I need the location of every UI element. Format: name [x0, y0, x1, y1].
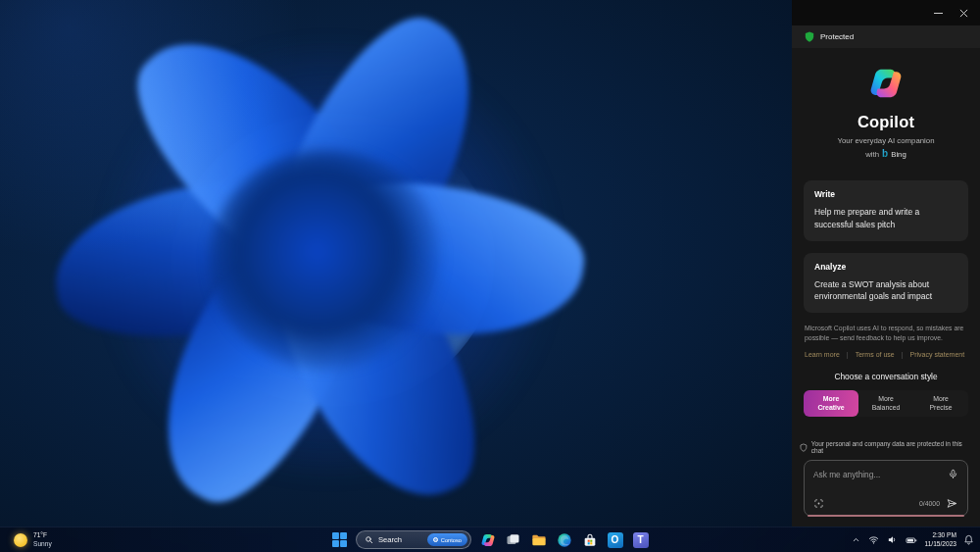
style-more-creative[interactable]: More Creative — [804, 390, 858, 417]
weather-widget[interactable]: 71°F Sunny — [8, 527, 58, 552]
file-explorer-icon — [531, 532, 547, 548]
close-button[interactable] — [951, 3, 976, 23]
outlook-icon: O — [608, 532, 623, 548]
send-button[interactable] — [946, 497, 958, 510]
bloom-artwork — [54, 5, 603, 525]
copilot-hero: Copilot Your everyday AI companion with … — [792, 48, 980, 159]
terms-of-use-link[interactable]: Terms of use — [856, 351, 895, 358]
tray-chevron-button[interactable] — [851, 534, 861, 545]
conversation-style-label: Choose a conversation style — [792, 372, 980, 381]
shield-icon — [805, 31, 814, 42]
taskbar-task-view-icon[interactable] — [504, 530, 522, 549]
minimize-icon — [934, 9, 943, 18]
edge-icon — [557, 532, 572, 548]
learn-more-link[interactable]: Learn more — [805, 351, 840, 358]
taskbar-outlook-icon[interactable]: O — [606, 530, 624, 549]
battery-icon — [906, 534, 917, 546]
link-separator: | — [847, 351, 849, 358]
legal-links: Learn more | Terms of use | Privacy stat… — [805, 351, 967, 358]
conversation-style-selector: More Creative More Balanced More Precise — [804, 390, 968, 417]
suggestion-card-analyze[interactable]: Analyze Create a SWOT analysis about env… — [804, 253, 968, 314]
taskbar-file-explorer-icon[interactable] — [529, 530, 548, 549]
sun-icon — [14, 533, 27, 547]
screenshot-button[interactable] — [813, 498, 824, 509]
chat-input-box: 0/4000 — [804, 460, 968, 517]
tray-network-button[interactable] — [867, 533, 880, 546]
card-body: Create a SWOT analysis about environment… — [814, 278, 957, 304]
search-label: Search — [378, 535, 402, 544]
taskbar: 71°F Sunny Search Contoso — [0, 527, 980, 552]
chat-input[interactable] — [813, 470, 942, 479]
bing-attribution: with b Bing — [792, 149, 980, 159]
data-protection-note: Your personal and company data are prote… — [800, 440, 972, 454]
panel-subtitle: Your everyday AI companion — [792, 136, 980, 145]
taskbar-store-icon[interactable] — [580, 530, 599, 549]
clock-time: 2:30 PM — [924, 531, 956, 540]
suggestion-card-write[interactable]: Write Help me prepare and write a succes… — [804, 180, 968, 241]
copilot-icon — [480, 532, 496, 548]
volume-icon — [887, 534, 898, 545]
bing-label: Bing — [891, 150, 906, 159]
protected-label: Protected — [820, 32, 854, 41]
privacy-statement-link[interactable]: Privacy statement — [910, 351, 965, 358]
char-counter: 0/4000 — [919, 500, 940, 507]
task-view-icon — [506, 532, 520, 547]
with-label: with — [865, 150, 879, 159]
taskbar-clock[interactable]: 2:30 PM 11/15/2023 — [924, 531, 956, 549]
shield-outline-icon — [800, 443, 808, 452]
bing-icon: b — [882, 149, 888, 159]
copilot-logo — [867, 65, 905, 102]
card-title: Write — [814, 189, 957, 199]
wifi-icon — [868, 534, 879, 545]
teams-icon: T — [633, 532, 649, 548]
system-tray: 2:30 PM 11/15/2023 — [851, 527, 975, 552]
close-icon — [959, 9, 968, 18]
taskbar-teams-icon[interactable]: T — [631, 530, 650, 549]
copilot-panel: Protected Copilot Your everyday AI compa… — [792, 0, 980, 527]
minimize-button[interactable] — [925, 3, 951, 23]
panel-title: Copilot — [792, 113, 980, 131]
style-more-precise[interactable]: More Precise — [913, 390, 968, 417]
notification-bell-button[interactable] — [962, 533, 975, 546]
screenshot-icon — [813, 498, 824, 509]
send-icon — [946, 497, 958, 510]
protected-badge: Protected — [792, 25, 980, 48]
store-icon — [582, 532, 598, 548]
windows-logo-icon — [332, 532, 347, 547]
weather-text: 71°F Sunny — [33, 531, 52, 549]
weather-condition: Sunny — [33, 540, 52, 549]
microphone-button[interactable] — [948, 469, 958, 479]
badge-label: Contoso — [441, 537, 462, 543]
taskbar-search[interactable]: Search Contoso — [356, 530, 471, 549]
tray-volume-button[interactable] — [886, 533, 899, 546]
search-icon — [365, 535, 373, 544]
chevron-up-icon — [852, 535, 860, 544]
panel-titlebar — [792, 0, 980, 25]
link-separator: | — [902, 351, 904, 358]
ai-disclaimer: Microsoft Copilot uses AI to respond, so… — [805, 324, 967, 344]
microphone-icon — [948, 469, 958, 479]
screen: Protected Copilot Your everyday AI compa… — [0, 0, 980, 552]
taskbar-copilot-icon[interactable] — [478, 530, 497, 549]
clock-date: 11/15/2023 — [924, 540, 956, 549]
weather-temp: 71°F — [33, 531, 52, 540]
card-body: Help me prepare and write a successful s… — [814, 206, 957, 231]
taskbar-edge-icon[interactable] — [555, 530, 573, 549]
search-highlight-badge[interactable]: Contoso — [427, 533, 467, 546]
start-button[interactable] — [330, 530, 349, 549]
bell-icon — [963, 534, 974, 545]
style-more-balanced[interactable]: More Balanced — [858, 390, 913, 417]
card-title: Analyze — [814, 262, 957, 272]
data-protection-text: Your personal and company data are prote… — [811, 440, 972, 454]
tray-battery-button[interactable] — [905, 533, 918, 547]
taskbar-center: Search Contoso — [330, 530, 650, 549]
badge-logo-icon — [433, 537, 438, 542]
